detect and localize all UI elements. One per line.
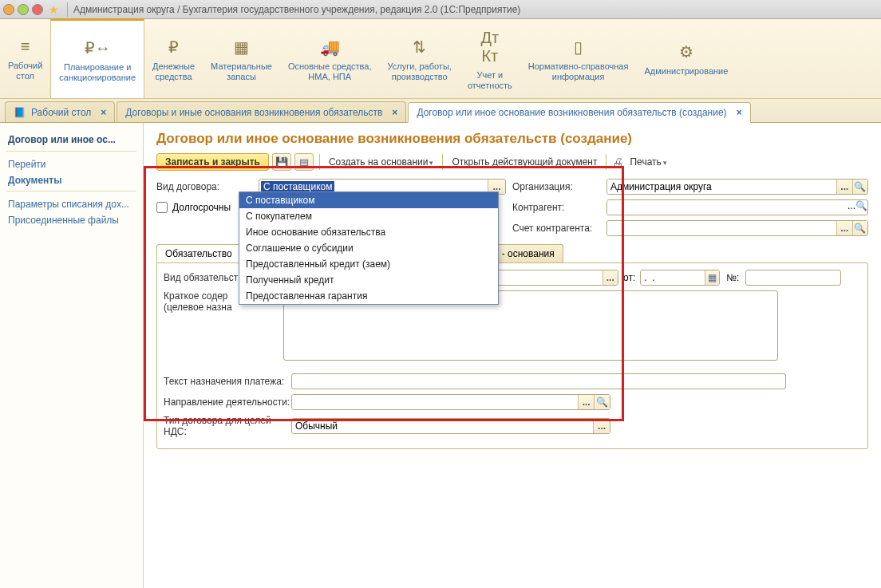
tab-contracts-list[interactable]: Договоры и иные основания возникновения … (117, 101, 406, 122)
sidebar-nav-documents[interactable]: Документы (6, 172, 136, 188)
dropdown-option[interactable]: Предоставленный кредит (заем) (239, 256, 498, 272)
contract-type-label: Вид договора: (156, 181, 252, 192)
activity-direction-label: Направление деятельности: (164, 397, 291, 408)
sidebar-title[interactable]: Договор или иное ос... (6, 131, 136, 148)
report-icon: ДтКт (480, 29, 499, 65)
open-active-doc[interactable]: Открыть действующий документ (448, 156, 600, 168)
organization-label: Организация: (512, 181, 600, 192)
section-services[interactable]: ⇅ Услуги, работы, производство (380, 19, 460, 98)
organization-input[interactable] (607, 180, 836, 194)
search-icon[interactable]: 🔍 (594, 395, 610, 409)
contractor-account-input[interactable] (607, 221, 836, 235)
save-button[interactable]: 💾 (272, 153, 291, 171)
vat-type-input[interactable] (292, 419, 593, 433)
from-label: от: (623, 272, 635, 283)
window-min-icon[interactable] (18, 4, 29, 15)
vat-type-field[interactable]: ... (291, 418, 610, 434)
calendar-icon[interactable]: ▦ (705, 270, 719, 285)
open-list-button[interactable]: ... (578, 395, 594, 409)
payment-text-label: Текст назначения платежа: (164, 376, 291, 387)
window-close-icon[interactable] (32, 4, 43, 15)
open-list-button[interactable]: ... (847, 200, 855, 215)
vat-type-label: Тип договора для целей НДС: (164, 415, 291, 437)
print-menu[interactable]: Печать▾ (626, 156, 670, 168)
window-1c-icon (3, 4, 14, 15)
number-input[interactable] (745, 270, 841, 286)
form-action-bar: Записать и закрыть 💾 ▤ Создать на основа… (156, 153, 868, 171)
window-title: Администрация округа / Бухгалтерия госуд… (73, 4, 520, 15)
long-term-label: Долгосрочны (172, 202, 231, 213)
doc-icon-button[interactable]: ▤ (294, 153, 314, 171)
contractor-input[interactable] (607, 200, 847, 215)
organization-field[interactable]: ... 🔍 (606, 179, 868, 195)
document-tabs: 📘 Рабочий стол × Договоры и иные основан… (0, 99, 881, 123)
date-input[interactable] (641, 270, 705, 285)
section-materials[interactable]: ▦ Материальные запасы (203, 19, 280, 98)
sidebar-link-writeoff[interactable]: Параметры списания дох... (6, 196, 136, 212)
open-list-button[interactable]: ... (836, 221, 851, 235)
contract-type-dropdown[interactable]: С поставщиком С покупателем Иное основан… (239, 191, 499, 305)
printer-icon: 🖨 (612, 156, 623, 168)
activity-direction-field[interactable]: ... 🔍 (291, 394, 610, 410)
contractor-field[interactable]: ... 🔍 (606, 199, 868, 215)
sidebar-nav-goto[interactable]: Перейти (6, 156, 136, 172)
gear-icon: ⚙ (679, 42, 693, 61)
section-reference[interactable]: ▯ Нормативно-справочная информация (520, 19, 637, 98)
planning-icon: ₽↔ (85, 38, 111, 57)
search-icon[interactable]: 🔍 (855, 200, 867, 215)
create-based-menu[interactable]: Создать на основании▾ (326, 156, 437, 168)
menu-icon: ≡ (21, 37, 30, 56)
contractor-label: Контрагент: (512, 202, 600, 213)
contractor-account-label: Счет контрагента: (512, 223, 600, 234)
section-assets[interactable]: 🚚 Основные средства, НМА, НПА (280, 19, 380, 98)
dropdown-option[interactable]: Предоставленная гарантия (239, 288, 498, 304)
section-planning[interactable]: ₽↔ Планирование и санкционирование (50, 18, 144, 98)
dropdown-option[interactable]: С поставщиком (239, 192, 498, 208)
ruble-icon: ₽ (168, 37, 179, 57)
open-list-button[interactable]: ... (836, 180, 851, 194)
open-list-button[interactable]: ... (593, 419, 610, 433)
dropdown-option[interactable]: Полученный кредит (239, 272, 498, 288)
section-accounting[interactable]: ДтКт Учет и отчетность (460, 19, 520, 98)
section-admin[interactable]: ⚙ Администрирование (636, 19, 736, 98)
form-tab-obligation[interactable]: Обязательство (156, 244, 241, 262)
tab-contract-create[interactable]: Договор или иное основание возникновения… (408, 102, 750, 123)
section-money[interactable]: ₽ Денежные средства (144, 19, 203, 98)
number-label: №: (726, 272, 739, 283)
close-icon[interactable]: × (101, 107, 106, 118)
contract-type-value: С поставщиком (261, 181, 334, 192)
truck-icon: 🚚 (320, 37, 340, 57)
payment-text-input[interactable] (291, 373, 786, 389)
search-icon[interactable]: 🔍 (852, 180, 867, 194)
form-main: Договор или иное основание возникновения… (144, 123, 881, 588)
save-and-close-button[interactable]: Записать и закрыть (156, 153, 269, 171)
tab-label: Договоры и иные основания возникновения … (125, 107, 382, 118)
document-icon: ▤ (299, 156, 309, 168)
activity-direction-input[interactable] (292, 395, 578, 409)
date-field[interactable]: ▦ (640, 270, 720, 286)
dropdown-option[interactable]: Иное основание обязательства (239, 224, 498, 240)
dropdown-option[interactable]: Соглашение о субсидии (239, 240, 498, 256)
floppy-icon: 💾 (275, 156, 288, 168)
contractor-account-field[interactable]: ... 🔍 (606, 220, 868, 236)
close-icon[interactable]: × (737, 107, 742, 118)
sidebar-link-attachments[interactable]: Присоединенные файлы (6, 212, 136, 228)
book-icon: ▯ (574, 37, 583, 57)
open-list-button[interactable]: ... (602, 270, 618, 285)
search-icon[interactable]: 🔍 (852, 221, 867, 235)
grid-icon: ▦ (234, 37, 249, 57)
close-icon[interactable]: × (392, 107, 397, 118)
sliders-icon: ⇅ (413, 37, 426, 57)
dropdown-option[interactable]: С покупателем (239, 208, 498, 224)
favorite-star-icon[interactable]: ★ (46, 3, 61, 16)
tab-label: Договор или иное основание возникновения… (417, 107, 726, 118)
main-section-toolbar: ≡ Рабочий стол ₽↔ Планирование и санкцио… (0, 19, 881, 99)
tab-label: Рабочий стол (31, 107, 91, 118)
obligation-doc-input[interactable] (484, 270, 602, 285)
window-titlebar: ★ Администрация округа / Бухгалтерия гос… (0, 0, 881, 19)
long-term-checkbox[interactable] (156, 202, 168, 213)
section-desktop[interactable]: ≡ Рабочий стол (0, 19, 50, 98)
obligation-doc-field[interactable]: ... (483, 270, 618, 286)
form-sidebar: Договор или иное ос... Перейти Документы… (0, 123, 144, 588)
tab-desktop[interactable]: 📘 Рабочий стол × (5, 101, 115, 122)
